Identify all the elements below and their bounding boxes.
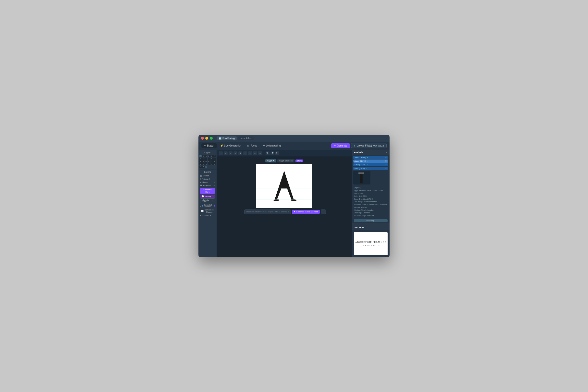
analysis-section: Analysis ✕ Stem (100%) ✓ ✕ Apex (100%) ✓…: [352, 150, 390, 223]
history-button[interactable]: 🕐 History: [200, 194, 215, 198]
apex-label: Apex (100%): [354, 160, 366, 162]
canvas-drawing: [256, 164, 312, 208]
glyph-cell-g[interactable]: G: [200, 158, 202, 160]
tool-node[interactable]: ✦: [238, 152, 242, 155]
tool-rotate[interactable]: ↺: [224, 152, 228, 155]
glyph-tab-a[interactable]: Glyph A: [265, 159, 276, 162]
close-button[interactable]: [201, 137, 204, 140]
glyph-cell-d[interactable]: D: [208, 155, 210, 157]
maximize-button[interactable]: [210, 137, 213, 140]
tool-pen[interactable]: ✏: [228, 152, 232, 155]
tool-zoom-in[interactable]: 🔍: [266, 152, 270, 155]
serif-close-icon[interactable]: ✕: [385, 164, 387, 166]
glyph-cell-u[interactable]: U: [205, 163, 207, 166]
layer-guides[interactable]: ▤ Guides ▶: [200, 174, 216, 178]
convert-to-shapes-button[interactable]: 📈 Convert to Shapes: [200, 208, 215, 214]
glyph-cell-m[interactable]: M: [200, 160, 202, 163]
letterspacing-icon: ⇔: [263, 144, 265, 147]
more-options-button[interactable]: ...: [321, 210, 326, 214]
upload-button[interactable]: ⬆ Upload File(s) to Analyze: [351, 143, 386, 148]
glyph-cell-w[interactable]: W: [210, 163, 213, 166]
brand-icon: 🔤: [218, 137, 222, 140]
tool-left[interactable]: ◁: [253, 152, 257, 155]
live-view-canvas: A B C D E F G H I J K L M N O P Q R S T …: [354, 232, 388, 255]
tool-zoom-out[interactable]: 🔎: [270, 152, 274, 155]
foot-close-icon[interactable]: ✕: [385, 167, 387, 170]
generate-here-button[interactable]: Generate Here: [200, 188, 215, 194]
font-select[interactable]: A Select a Font ▾: [200, 198, 215, 203]
glyph-cell-j[interactable]: J: [208, 158, 210, 160]
prompt-input[interactable]: [244, 210, 291, 214]
guideline-baseline: [256, 188, 312, 188]
style-info: Style: Serif (39%): [354, 195, 388, 198]
layer-template[interactable]: ▦ Template ▶: [200, 184, 216, 187]
shape-arrow: ▶: [214, 181, 215, 183]
glyph-cell-h[interactable]: H: [202, 158, 204, 160]
glyph-cell-x[interactable]: X: [213, 163, 216, 166]
layer-shape[interactable]: ∧ Shape ▶: [200, 180, 216, 184]
glyph-info: Glyph: 'A': [354, 186, 388, 189]
glyph-cell-n[interactable]: N: [202, 160, 204, 163]
layer-glyph-a[interactable]: ▶ ▲ Glyph: A: [200, 214, 216, 216]
stem-badge[interactable]: Stem: [296, 160, 303, 162]
tool-circle[interactable]: ⊙: [243, 152, 247, 155]
glyph-cell-p[interactable]: P: [208, 160, 210, 163]
stem-check-icon: ✓: [367, 156, 369, 158]
analysis-info-section: Glyph: 'A' Glyph Elements: "Stem" + "Ape…: [352, 186, 390, 218]
glyph-cell-i[interactable]: I: [205, 158, 207, 160]
tab-focus[interactable]: ◎ Focus: [245, 143, 260, 148]
glyph-cell-k[interactable]: K: [210, 158, 213, 160]
glyph-cell-a[interactable]: A: [200, 155, 202, 157]
glyph-cell-q[interactable]: Q: [210, 160, 213, 163]
class-info: Class: Transitional (76%): [354, 198, 388, 200]
apex-close-icon[interactable]: ✕: [385, 160, 387, 162]
layer-artboard[interactable]: □ Artboard ▶: [200, 178, 216, 180]
file-tab[interactable]: ✏ untitled: [238, 136, 254, 140]
template-icon: ▦: [200, 184, 202, 186]
tool-fit[interactable]: ⛶: [276, 152, 279, 155]
generate-to-element-button[interactable]: ✦ Generate to this Element: [292, 210, 320, 214]
live-view-section: Live View A B C D E F G H I J K L M N O …: [352, 223, 390, 257]
glyph-cell-o[interactable]: O: [205, 160, 207, 163]
tab-sketch[interactable]: ✏ Sketch: [202, 143, 217, 148]
glyph-cell-v[interactable]: V: [208, 163, 210, 166]
foot-check-icon: ✓: [366, 167, 368, 170]
glyph-add-button[interactable]: +: [205, 166, 207, 168]
glyph-cell-b[interactable]: B: [202, 155, 204, 157]
layers-panel: Layers ▤ Guides ▶ □ Artboard ▶ ∧ Shape ▶: [198, 170, 216, 218]
analysis-title: Analysis: [354, 151, 363, 154]
glyph-cell-z[interactable]: Z: [202, 166, 204, 168]
glyph-cell-t[interactable]: T: [202, 163, 204, 166]
tool-brush[interactable]: 🖊: [234, 152, 238, 155]
analyzing-button[interactable]: Analyzing...: [354, 219, 388, 222]
glyph-cell-s[interactable]: S: [200, 163, 202, 166]
generate-button[interactable]: ✦ Generate: [331, 143, 350, 148]
glyph-cell-e[interactable]: E: [210, 155, 213, 157]
tool-divider: [264, 152, 264, 155]
convert-icon: 📈: [201, 210, 204, 212]
glyph-cell-l[interactable]: L: [213, 158, 216, 160]
generate-star-icon: ✦: [334, 144, 336, 147]
stem-close-icon[interactable]: ✕: [385, 156, 387, 158]
analysis-tag-apex[interactable]: Apex (100%) ✓ ✕: [353, 160, 388, 163]
main-toolbar: ✏ Sketch ⚡ Live Generation ◎ Focus ⇔ Let…: [198, 142, 390, 150]
tab-live-generation[interactable]: ⚡ Live Generation: [218, 143, 244, 148]
tab-letterspacing[interactable]: ⇔ Letterspacing: [260, 143, 283, 148]
analysis-preview: [352, 171, 390, 186]
glyph-cell-r[interactable]: R: [213, 160, 216, 163]
analysis-tag-foot[interactable]: Foot (100%) ✓ ✕: [353, 167, 388, 170]
layer-generated-template: ▶ Generated Template: [200, 204, 216, 208]
edit-icon: ✏: [240, 137, 242, 140]
live-view-title: Live View: [354, 226, 364, 228]
minimize-button[interactable]: [205, 137, 208, 140]
analysis-tag-stem[interactable]: Stem (100%) ✓ ✕: [353, 156, 388, 159]
tool-right[interactable]: ▷: [258, 152, 262, 155]
glyph-cell-c[interactable]: C: [205, 155, 207, 157]
analysis-tag-serif[interactable]: Serif (100%) ✓ ✕: [353, 163, 388, 166]
tool-minus-circle[interactable]: ⊘: [248, 152, 252, 155]
glyph-cell-f[interactable]: F: [213, 155, 216, 157]
glyph-cell-y[interactable]: Y: [200, 166, 202, 168]
main-content: Glyphs ABCDEFGHIJKLMNOPQRSTUVWXYZ+ Layer…: [198, 150, 390, 257]
tool-select[interactable]: ↖: [219, 152, 223, 155]
analysis-close-button[interactable]: ✕: [386, 151, 388, 154]
